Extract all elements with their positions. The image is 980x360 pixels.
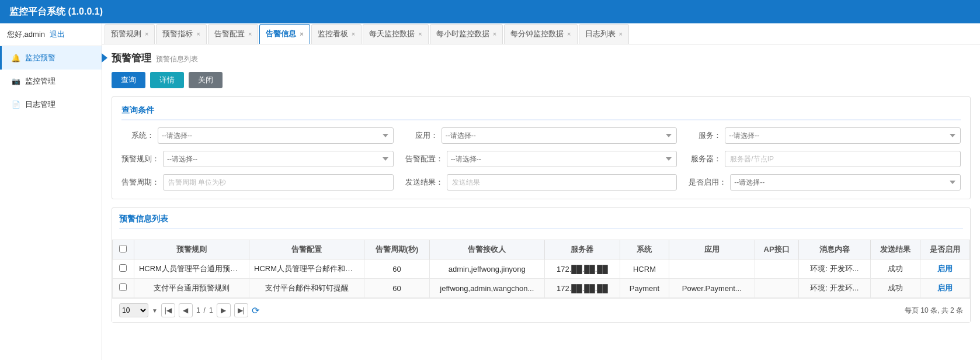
- field-service: 服务： --请选择--: [689, 127, 961, 144]
- cell-system-1: Payment: [620, 279, 669, 298]
- page-area: 预警管理 预警信息列表 查询 详情 关闭 查询条件 系统： --请选择--: [102, 44, 980, 360]
- tab-alert-rule-close[interactable]: ×: [145, 30, 148, 37]
- doc-icon: [11, 100, 20, 109]
- service-label: 服务：: [689, 130, 721, 141]
- sidebar-item-label-log-manage: 日志管理: [25, 99, 55, 110]
- system-select[interactable]: --请选择--: [158, 127, 394, 144]
- alert-rule-label: 预警规则：: [121, 154, 159, 164]
- sidebar: 您好,admin 退出 监控预警 监控管理 日志管理: [0, 23, 102, 360]
- last-page-button[interactable]: ▶|: [234, 303, 248, 317]
- page-title: 预警管理: [112, 51, 151, 65]
- query-section: 查询条件 系统： --请选择-- 应用： --请选择--: [112, 96, 971, 199]
- cell-enabled-1: 启用: [920, 279, 969, 298]
- page-subtitle: 预警信息列表: [156, 54, 198, 64]
- sidebar-item-monitor-alert[interactable]: 监控预警: [0, 46, 102, 70]
- table-row: HCRM人员管理平台通用预警规则 HCRM人员管理平台邮件和钉钉提醒 60 ad…: [113, 259, 970, 279]
- send-result-input[interactable]: [447, 174, 677, 191]
- tab-alarm-config[interactable]: 告警配置 ×: [208, 24, 258, 44]
- select-all-checkbox[interactable]: [119, 245, 127, 252]
- alarm-config-select[interactable]: --请选择--: [447, 151, 677, 167]
- cell-message-1: 环境: 开发环...: [798, 279, 870, 298]
- logout-button[interactable]: 退出: [50, 29, 65, 40]
- tab-monitor-board[interactable]: 监控看板 ×: [311, 24, 362, 44]
- col-app: 应用: [669, 240, 755, 259]
- tab-minute-data-close[interactable]: ×: [567, 30, 571, 37]
- form-row-1: 系统： --请选择-- 应用： --请选择-- 服务：: [121, 127, 961, 144]
- tab-hourly-data-label: 每小时监控数据: [436, 29, 489, 39]
- prev-page-button[interactable]: ◀: [179, 303, 193, 317]
- tab-daily-data[interactable]: 每天监控数据 ×: [363, 24, 428, 44]
- table-section-title: 预警信息列表: [119, 214, 963, 229]
- col-send-result: 发送结果: [870, 240, 920, 259]
- tab-daily-data-close[interactable]: ×: [418, 30, 422, 37]
- field-app: 应用： --请选择--: [405, 127, 677, 144]
- cell-enabled-0: 启用: [920, 259, 969, 279]
- sidebar-item-label-monitor-manage: 监控管理: [25, 76, 55, 86]
- tab-alarm-info[interactable]: 告警信息 ×: [259, 24, 310, 44]
- toolbar: 查询 详情 关闭: [112, 72, 971, 88]
- refresh-button[interactable]: ⟳: [252, 305, 259, 316]
- alarm-config-label: 告警配置：: [405, 154, 443, 164]
- col-receivers: 告警接收人: [429, 240, 544, 259]
- tab-alarm-info-close[interactable]: ×: [300, 30, 303, 37]
- tab-hourly-data[interactable]: 每小时监控数据 ×: [430, 24, 503, 44]
- tab-daily-data-label: 每天监控数据: [369, 29, 415, 39]
- tab-alarm-config-label: 告警配置: [214, 29, 245, 39]
- tab-log-list-label: 日志列表: [585, 29, 616, 39]
- camera-icon: [11, 77, 20, 86]
- tab-minute-data[interactable]: 每分钟监控数据 ×: [504, 24, 577, 44]
- sidebar-menu: 监控预警 监控管理 日志管理: [0, 46, 102, 116]
- cell-app-1: Power.Payment...: [669, 279, 755, 298]
- col-server: 服务器: [544, 240, 620, 259]
- first-page-button[interactable]: |◀: [161, 303, 175, 317]
- tab-alarm-config-close[interactable]: ×: [248, 30, 252, 37]
- main-content: 预警规则 × 预警指标 × 告警配置 × 告警信息 × 监控看板 × 每天监控数…: [102, 23, 980, 360]
- row-checkbox-0[interactable]: [119, 264, 127, 272]
- system-label: 系统：: [121, 130, 154, 141]
- tab-log-list-close[interactable]: ×: [619, 30, 623, 37]
- next-page-button[interactable]: ▶: [217, 303, 231, 317]
- tab-alarm-info-label: 告警信息: [266, 29, 296, 39]
- sidebar-item-log-manage[interactable]: 日志管理: [0, 93, 102, 116]
- cell-period-1: 60: [364, 279, 430, 298]
- enabled-label: 是否启用：: [689, 177, 727, 188]
- tab-monitor-board-close[interactable]: ×: [352, 30, 355, 37]
- cell-send-result-1: 成功: [870, 279, 920, 298]
- send-result-label: 发送结果：: [405, 177, 443, 188]
- tab-log-list[interactable]: 日志列表 ×: [579, 24, 629, 44]
- detail-button[interactable]: 详情: [150, 72, 184, 88]
- tab-alert-metric-close[interactable]: ×: [196, 30, 200, 37]
- field-system: 系统： --请选择--: [121, 127, 394, 144]
- top-header: 监控平台系统 (1.0.0.1): [0, 0, 980, 23]
- query-button[interactable]: 查询: [112, 72, 145, 88]
- query-section-title: 查询条件: [121, 105, 961, 120]
- alert-rule-select[interactable]: --请选择--: [163, 151, 394, 167]
- server-input[interactable]: [725, 151, 961, 167]
- form-row-3: 告警周期： 发送结果： 是否启用： --请选择--: [121, 174, 961, 191]
- table-row: 支付平台通用预警规则 支付平台邮件和钉钉提醒 60 jeffwong,admin…: [113, 279, 970, 298]
- tab-alert-metric[interactable]: 预警指标 ×: [156, 24, 206, 44]
- cell-api-0: [755, 259, 798, 279]
- tab-minute-data-label: 每分钟监控数据: [510, 29, 564, 39]
- close-button[interactable]: 关闭: [189, 72, 223, 88]
- page-size-select[interactable]: 10: [119, 303, 148, 317]
- app-label: 应用：: [405, 130, 438, 141]
- tab-hourly-data-close[interactable]: ×: [493, 30, 496, 37]
- table-section: 预警信息列表 预警规则 告警配置 告警周期(秒) 告警接收人 服务器: [112, 207, 971, 323]
- table-header-row: 预警规则 告警配置 告警周期(秒) 告警接收人 服务器 系统 应用 AP接口 消…: [113, 240, 970, 259]
- row-checkbox-1[interactable]: [119, 283, 127, 291]
- field-alarm-period: 告警周期：: [121, 174, 394, 191]
- app-select[interactable]: --请选择--: [442, 127, 677, 144]
- form-row-2: 预警规则： --请选择-- 告警配置： --请选择-- 服务器：: [121, 151, 961, 167]
- sidebar-item-monitor-manage[interactable]: 监控管理: [0, 70, 102, 93]
- pagination-total-info: 每页 10 条, 共 2 条: [905, 306, 963, 316]
- field-server: 服务器：: [689, 151, 961, 167]
- alarm-period-input[interactable]: [163, 174, 394, 191]
- service-select[interactable]: --请选择--: [725, 127, 961, 144]
- col-system: 系统: [620, 240, 669, 259]
- enabled-select[interactable]: --请选择--: [730, 174, 961, 191]
- tab-monitor-board-label: 监控看板: [318, 29, 348, 39]
- user-info: 您好,admin 退出: [0, 23, 102, 46]
- tab-alert-rule[interactable]: 预警规则 ×: [105, 24, 155, 44]
- col-enabled: 是否启用: [920, 240, 969, 259]
